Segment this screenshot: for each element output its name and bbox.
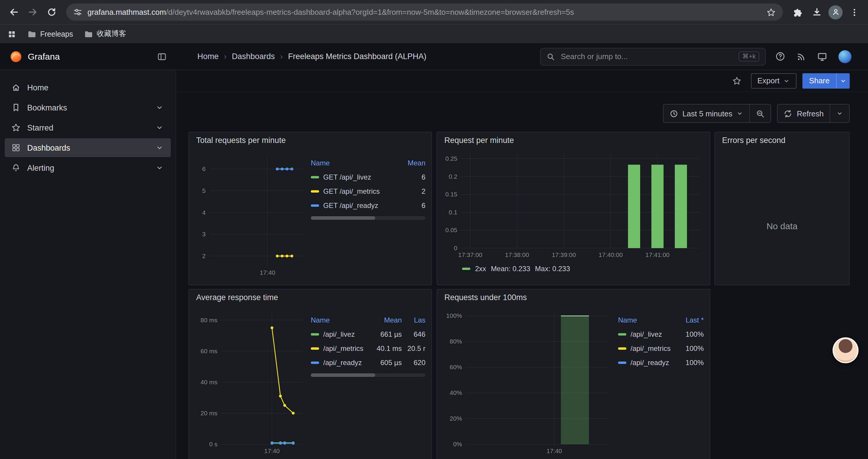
browser-forward-button[interactable] xyxy=(24,3,41,21)
legend-cell[interactable]: Las xyxy=(402,316,426,324)
svg-text:60%: 60% xyxy=(450,364,462,370)
legend-cell[interactable]: Last * xyxy=(674,316,704,324)
legend-row[interactable]: /api/_readyz100% xyxy=(618,356,704,370)
legend-cell: 100% xyxy=(674,330,704,338)
browser-refresh-button[interactable] xyxy=(42,3,60,21)
legend-max: Max: 0.233 xyxy=(535,265,570,273)
favorite-star-button[interactable] xyxy=(728,72,745,89)
monitor-icon[interactable] xyxy=(817,52,827,61)
sidebar-item-bookmarks[interactable]: Bookmarks xyxy=(5,98,171,117)
sidebar: Home Bookmarks Starred Dashboards xyxy=(0,70,176,459)
chevron-down-icon[interactable] xyxy=(155,164,164,172)
series-swatch xyxy=(311,190,319,193)
share-button[interactable]: Share xyxy=(803,73,836,88)
downloads-icon[interactable] xyxy=(808,3,826,21)
legend-row[interactable]: /api/_readyz605 µs620 xyxy=(311,356,426,370)
series-swatch xyxy=(462,268,470,270)
zoom-out-button[interactable] xyxy=(749,104,771,122)
legend-cell: 100% xyxy=(674,359,704,367)
bookmark-star-icon[interactable] xyxy=(766,7,776,17)
breadcrumb-home[interactable]: Home xyxy=(197,52,219,61)
panel-errors-per-second: Errors per second No data xyxy=(714,132,850,285)
url-bar[interactable]: grafana.mathmast.com/d/deytv4rwavabkb/fr… xyxy=(66,4,783,21)
svg-text:17:40: 17:40 xyxy=(264,448,280,454)
search-bar[interactable]: ⌘+k xyxy=(540,47,766,65)
sidebar-collapse-icon[interactable] xyxy=(157,52,167,61)
svg-text:17:38:00: 17:38:00 xyxy=(505,251,529,258)
panel-title[interactable]: Average response time xyxy=(189,290,431,306)
news-rss-icon[interactable] xyxy=(797,52,806,61)
search-input[interactable] xyxy=(560,52,734,61)
svg-text:60 ms: 60 ms xyxy=(200,348,217,355)
panel-requests-under-100ms: Requests under 100ms 0%20%40%60%80%100%1… xyxy=(437,289,710,459)
legend-scrollbar[interactable] xyxy=(311,373,426,377)
chevron-down-icon[interactable] xyxy=(155,143,164,152)
bookmark-label: 收藏博客 xyxy=(97,29,126,39)
bookmark-freeleaps[interactable]: Freeleaps xyxy=(27,29,73,39)
svg-text:17:37:00: 17:37:00 xyxy=(458,251,483,258)
legend-row[interactable]: /api/_metrics40.1 ms20.5 r xyxy=(311,341,426,356)
legend-cell: /api/_metrics xyxy=(618,345,674,353)
bookmarks-bar: Freeleaps 收藏博客 xyxy=(0,24,868,43)
sidebar-item-starred[interactable]: Starred xyxy=(5,118,171,137)
panel-title[interactable]: Requests under 100ms xyxy=(437,290,710,306)
legend-row[interactable]: /api/_livez661 µs646 xyxy=(311,327,426,341)
legend[interactable]: 2xx Mean: 0.233 Max: 0.233 xyxy=(441,262,706,273)
bell-icon xyxy=(11,163,21,172)
user-avatar[interactable] xyxy=(838,50,851,63)
no-data-message: No data xyxy=(715,221,849,231)
sidebar-item-home[interactable]: Home xyxy=(5,78,171,97)
series-swatch xyxy=(311,362,319,364)
legend-row[interactable]: GET /api/_livez6 xyxy=(311,170,426,184)
sidebar-item-dashboards[interactable]: Dashboards xyxy=(5,138,171,157)
extensions-icon[interactable] xyxy=(789,3,807,21)
legend-cell[interactable]: Name xyxy=(311,316,366,324)
browser-menu-icon[interactable] xyxy=(845,3,863,21)
legend-cell[interactable]: Mean xyxy=(366,316,402,324)
panel-title[interactable]: Total requests per minute xyxy=(189,132,431,149)
legend-table: NameMeanLas/api/_livez661 µs646/api/_met… xyxy=(311,313,426,370)
legend-table: NameLast */api/_livez100%/api/_metrics10… xyxy=(618,313,704,370)
scrollbar-thumb[interactable] xyxy=(311,373,375,377)
search-shortcut-badge: ⌘+k xyxy=(739,52,759,61)
legend-cell[interactable]: Mean xyxy=(392,159,426,167)
svg-text:3: 3 xyxy=(202,231,206,237)
bookmark-blog-folder[interactable]: 收藏博客 xyxy=(84,29,126,39)
time-range-picker[interactable]: Last 5 minutes xyxy=(663,104,749,122)
legend-cell: 100% xyxy=(674,345,704,353)
panel-title[interactable]: Request per minute xyxy=(437,132,710,149)
site-settings-icon[interactable] xyxy=(73,8,82,17)
legend-row[interactable]: GET /api/_readyz6 xyxy=(311,198,426,213)
screen: grafana.mathmast.com/d/deytv4rwavabkb/fr… xyxy=(0,0,868,459)
assistant-avatar[interactable] xyxy=(833,337,859,363)
legend-cell[interactable]: Name xyxy=(618,316,674,324)
export-button[interactable]: Export xyxy=(751,73,797,88)
chevron-down-icon[interactable] xyxy=(155,103,164,112)
legend-row[interactable]: /api/_livez100% xyxy=(618,327,704,341)
scrollbar-thumb[interactable] xyxy=(311,216,375,220)
grafana-logo[interactable] xyxy=(9,50,23,63)
svg-text:17:40: 17:40 xyxy=(260,269,275,276)
chevron-down-icon[interactable] xyxy=(155,124,164,132)
breadcrumb-dashboards[interactable]: Dashboards xyxy=(232,52,275,61)
legend-header-row: NameMeanLas xyxy=(311,313,426,327)
browser-chrome: grafana.mathmast.com/d/deytv4rwavabkb/fr… xyxy=(0,0,868,43)
share-split-button: Share xyxy=(803,73,850,88)
panel-title[interactable]: Errors per second xyxy=(715,132,849,149)
legend-row[interactable]: GET /api/_metrics2 xyxy=(311,184,426,198)
sidebar-item-alerting[interactable]: Alerting xyxy=(5,158,171,177)
time-controls: Last 5 minutes Refresh xyxy=(663,104,850,123)
legend-cell[interactable]: Name xyxy=(311,159,392,167)
help-icon[interactable] xyxy=(775,52,785,61)
series-swatch xyxy=(311,176,319,178)
refresh-button[interactable]: Refresh xyxy=(778,104,830,122)
browser-profile-avatar[interactable] xyxy=(827,3,844,21)
share-menu-caret[interactable] xyxy=(836,73,850,88)
tab-groups-icon[interactable] xyxy=(7,29,17,39)
browser-toolbar: grafana.mathmast.com/d/deytv4rwavabkb/fr… xyxy=(0,0,868,24)
legend-scrollbar[interactable] xyxy=(311,216,426,220)
legend-table: NameMeanGET /api/_livez6GET /api/_metric… xyxy=(311,156,426,213)
refresh-interval-caret[interactable] xyxy=(830,104,849,122)
legend-row[interactable]: /api/_metrics100% xyxy=(618,341,704,356)
browser-back-button[interactable] xyxy=(5,3,23,21)
